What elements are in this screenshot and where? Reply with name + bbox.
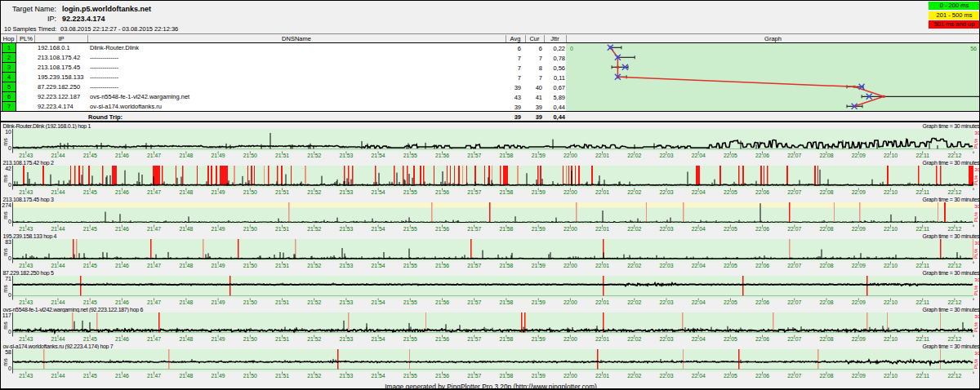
svg-text:21:58: 21:58 bbox=[499, 226, 513, 232]
svg-text:21:55: 21:55 bbox=[403, 189, 417, 195]
svg-text:21:43: 21:43 bbox=[19, 299, 33, 305]
svg-text:22:07: 22:07 bbox=[787, 226, 801, 232]
svg-text:22:04: 22:04 bbox=[692, 226, 706, 232]
svg-text:21:47: 21:47 bbox=[147, 153, 161, 158]
svg-text:56: 56 bbox=[970, 46, 977, 51]
svg-text:22:09: 22:09 bbox=[852, 373, 866, 379]
svg-text:21:57: 21:57 bbox=[467, 189, 481, 195]
svg-text:21:53: 21:53 bbox=[339, 226, 353, 232]
svg-text:21:56: 21:56 bbox=[435, 336, 449, 342]
svg-text:21:50: 21:50 bbox=[243, 373, 257, 379]
svg-text:22:12: 22:12 bbox=[947, 373, 961, 379]
svg-text:22:03: 22:03 bbox=[659, 263, 673, 268]
svg-text:21:44: 21:44 bbox=[51, 153, 65, 158]
svg-text:21:56: 21:56 bbox=[435, 299, 449, 305]
svg-text:22:10: 22:10 bbox=[884, 153, 898, 158]
svg-text:22:05: 22:05 bbox=[724, 153, 737, 158]
svg-text:21:49: 21:49 bbox=[212, 153, 225, 158]
svg-text:21:48: 21:48 bbox=[179, 153, 193, 158]
svg-text:22:04: 22:04 bbox=[692, 189, 706, 195]
svg-text:22:02: 22:02 bbox=[627, 263, 641, 268]
svg-text:21:49: 21:49 bbox=[212, 373, 225, 379]
svg-text:21:49: 21:49 bbox=[212, 189, 225, 195]
svg-text:22:03: 22:03 bbox=[659, 153, 673, 158]
svg-text:22:10: 22:10 bbox=[884, 189, 898, 195]
svg-text:21:50: 21:50 bbox=[243, 153, 257, 158]
svg-text:22:05: 22:05 bbox=[724, 373, 737, 379]
svg-text:58: 58 bbox=[5, 349, 11, 355]
svg-text:22:09: 22:09 bbox=[852, 263, 866, 268]
svg-text:PL%: PL% bbox=[973, 248, 978, 259]
svg-text:21:45: 21:45 bbox=[83, 373, 97, 379]
svg-text:ms: ms bbox=[2, 285, 8, 293]
svg-text:22:12: 22:12 bbox=[947, 299, 961, 305]
svg-text:21:59: 21:59 bbox=[532, 299, 546, 305]
svg-text:21:52: 21:52 bbox=[307, 263, 321, 268]
svg-text:21:43: 21:43 bbox=[19, 153, 33, 158]
svg-text:22:06: 22:06 bbox=[755, 299, 769, 305]
svg-text:21:46: 21:46 bbox=[115, 189, 129, 195]
svg-text:Graph time = 30 minutes: Graph time = 30 minutes bbox=[923, 233, 980, 240]
svg-text:21:54: 21:54 bbox=[372, 299, 385, 305]
svg-text:22:07: 22:07 bbox=[787, 373, 801, 379]
svg-text:Graph time = 30 minutes: Graph time = 30 minutes bbox=[923, 307, 980, 313]
svg-text:21:46: 21:46 bbox=[115, 299, 129, 305]
svg-text:21:48: 21:48 bbox=[179, 336, 193, 342]
svg-text:22:08: 22:08 bbox=[819, 226, 833, 232]
svg-text:Graph time = 30 minutes: Graph time = 30 minutes bbox=[923, 160, 980, 166]
svg-text:21:58: 21:58 bbox=[499, 299, 513, 305]
svg-text:22:03: 22:03 bbox=[659, 299, 673, 305]
svg-text:22:11: 22:11 bbox=[915, 153, 929, 158]
svg-text:22:11: 22:11 bbox=[915, 373, 929, 379]
svg-text:21:43: 21:43 bbox=[19, 263, 33, 268]
svg-text:21:47: 21:47 bbox=[147, 189, 161, 195]
svg-text:21:57: 21:57 bbox=[467, 263, 481, 268]
svg-text:21:52: 21:52 bbox=[307, 226, 321, 232]
svg-text:22:12: 22:12 bbox=[947, 336, 961, 342]
svg-text:21:52: 21:52 bbox=[307, 189, 321, 195]
svg-text:21:56: 21:56 bbox=[435, 263, 449, 268]
svg-text:21:50: 21:50 bbox=[243, 263, 257, 268]
svg-text:21:44: 21:44 bbox=[51, 263, 65, 268]
svg-text:21:52: 21:52 bbox=[307, 336, 321, 342]
svg-text:22:09: 22:09 bbox=[852, 153, 866, 158]
svg-text:22:01: 22:01 bbox=[595, 189, 609, 195]
svg-text:21:59: 21:59 bbox=[532, 153, 546, 158]
svg-text:21:44: 21:44 bbox=[51, 336, 65, 342]
svg-text:22:00: 22:00 bbox=[564, 336, 577, 342]
svg-text:22:08: 22:08 bbox=[819, 263, 833, 268]
svg-text:21:51: 21:51 bbox=[275, 299, 289, 305]
svg-text:ms: ms bbox=[2, 321, 8, 330]
svg-text:21:44: 21:44 bbox=[51, 299, 65, 305]
svg-text:21:54: 21:54 bbox=[372, 153, 385, 158]
svg-text:22:03: 22:03 bbox=[659, 226, 673, 232]
svg-text:21:47: 21:47 bbox=[147, 226, 161, 232]
svg-text:21:47: 21:47 bbox=[147, 373, 161, 379]
svg-text:21:57: 21:57 bbox=[467, 299, 481, 305]
svg-text:21:54: 21:54 bbox=[372, 263, 385, 268]
svg-text:30: 30 bbox=[974, 241, 980, 246]
svg-text:21:55: 21:55 bbox=[403, 226, 417, 232]
svg-text:21:48: 21:48 bbox=[179, 263, 193, 268]
svg-text:30: 30 bbox=[974, 277, 980, 282]
svg-text:21:46: 21:46 bbox=[115, 153, 129, 158]
svg-text:22:12: 22:12 bbox=[947, 189, 961, 195]
svg-text:21:44: 21:44 bbox=[51, 226, 65, 232]
svg-text:21:49: 21:49 bbox=[212, 226, 225, 232]
svg-text:21:47: 21:47 bbox=[147, 336, 161, 342]
svg-text:21:50: 21:50 bbox=[243, 299, 257, 305]
svg-text:21:46: 21:46 bbox=[115, 336, 129, 342]
svg-text:21:50: 21:50 bbox=[243, 189, 257, 195]
svg-text:21:58: 21:58 bbox=[499, 336, 513, 342]
svg-text:22:10: 22:10 bbox=[884, 263, 898, 268]
svg-text:21:56: 21:56 bbox=[435, 373, 449, 379]
svg-text:22:01: 22:01 bbox=[595, 336, 609, 342]
svg-text:30: 30 bbox=[974, 314, 980, 319]
svg-text:21:56: 21:56 bbox=[435, 153, 449, 158]
svg-text:21:52: 21:52 bbox=[307, 153, 321, 158]
svg-text:22:08: 22:08 bbox=[819, 153, 833, 158]
svg-text:21:47: 21:47 bbox=[147, 263, 161, 268]
svg-text:21:53: 21:53 bbox=[339, 336, 353, 342]
svg-text:30: 30 bbox=[974, 131, 980, 135]
svg-text:21:58: 21:58 bbox=[499, 189, 513, 195]
